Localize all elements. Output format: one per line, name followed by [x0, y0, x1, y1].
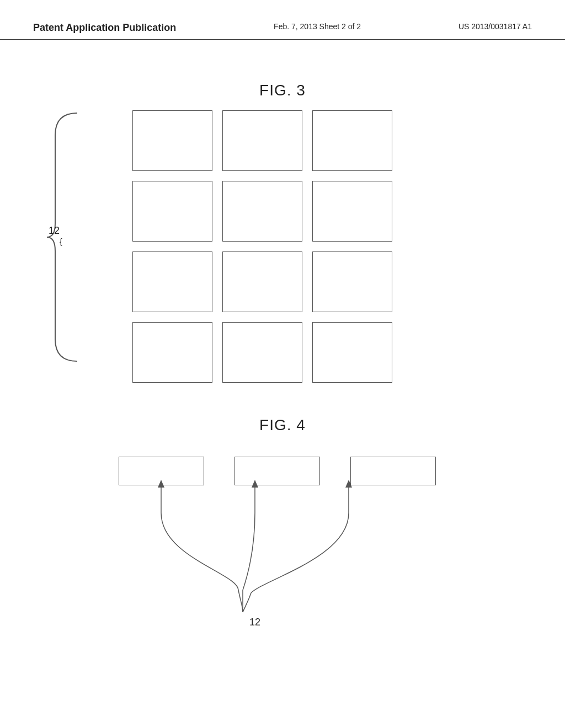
- fig3-brace-svg: [44, 108, 88, 367]
- grid-cell-4-2: [222, 322, 302, 383]
- publication-label: Patent Application Publication: [33, 22, 176, 34]
- grid-cell-4-3: [312, 322, 392, 383]
- grid-cell-1-1: [132, 110, 212, 171]
- grid-cell-3-2: [222, 251, 302, 312]
- fig4-title: FIG. 4: [259, 416, 306, 433]
- grid-cell-4-1: [132, 322, 212, 383]
- svg-marker-1: [158, 480, 164, 488]
- grid-cell-2-3: [312, 181, 392, 242]
- page-header: Patent Application Publication Feb. 7, 2…: [0, 22, 565, 40]
- grid-cell-1-3: [312, 110, 392, 171]
- fig3-title: FIG. 3: [259, 82, 306, 99]
- grid-cell-1-2: [222, 110, 302, 171]
- grid-cell-2-2: [222, 181, 302, 242]
- grid-cell-3-1: [132, 251, 212, 312]
- fig3-label-12: 12: [49, 225, 60, 237]
- svg-marker-5: [345, 480, 352, 488]
- fig3-bracket-arrow: {: [60, 237, 62, 246]
- publication-number: US 2013/0031817 A1: [459, 22, 532, 31]
- grid-cell-2-1: [132, 181, 212, 242]
- publication-date-sheet: Feb. 7, 2013 Sheet 2 of 2: [274, 22, 361, 31]
- svg-marker-3: [252, 480, 258, 488]
- fig4-label-12: 12: [249, 617, 260, 628]
- grid-cell-3-3: [312, 251, 392, 312]
- fig3-grid: [132, 110, 392, 383]
- fig4-arrows-svg: [0, 480, 565, 656]
